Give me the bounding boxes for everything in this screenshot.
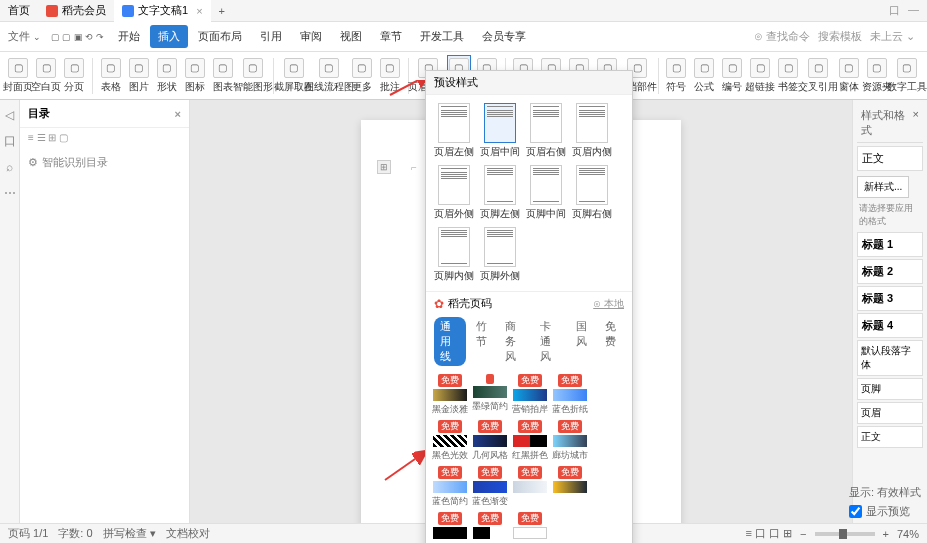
rec-tab-竹节[interactable]: 竹节 bbox=[470, 317, 495, 366]
preset-页眉内侧[interactable]: 页眉内侧 bbox=[572, 103, 612, 159]
tab-document[interactable]: 文字文稿1× bbox=[114, 0, 211, 22]
rec-item-13[interactable]: 免费 bbox=[472, 512, 508, 541]
rail-text-icon[interactable]: 口 bbox=[3, 134, 17, 148]
ribbon-图标[interactable]: ▢图标 bbox=[183, 56, 207, 96]
rec-tab-商务风[interactable]: 商务风 bbox=[499, 317, 531, 366]
rec-more[interactable]: ⊙ 本地 bbox=[593, 297, 624, 311]
ribbon-封面页[interactable]: ▢封面页 bbox=[6, 56, 30, 96]
ribbon-符号[interactable]: ▢符号 bbox=[664, 56, 688, 96]
rail-prev-icon[interactable]: ◁ bbox=[3, 108, 17, 122]
menu-ref[interactable]: 引用 bbox=[252, 25, 290, 48]
ribbon-空白页[interactable]: ▢空白页 bbox=[34, 56, 58, 96]
ribbon-图表[interactable]: ▢图表 bbox=[211, 56, 235, 96]
menu-chapter[interactable]: 章节 bbox=[372, 25, 410, 48]
rec-tab-卡通风[interactable]: 卡通风 bbox=[534, 317, 566, 366]
menu-start[interactable]: 开始 bbox=[110, 25, 148, 48]
ribbon-形状[interactable]: ▢形状 bbox=[155, 56, 179, 96]
rec-item-12[interactable]: 免费 bbox=[432, 512, 468, 541]
tab-home[interactable]: 首页 bbox=[0, 0, 38, 22]
rail-more-icon[interactable]: ⋯ bbox=[3, 186, 17, 200]
sp-t3[interactable]: 正文 bbox=[857, 426, 923, 448]
add-tab[interactable]: + bbox=[211, 5, 233, 17]
ribbon-超链接[interactable]: ▢超链接 bbox=[748, 56, 772, 96]
status-words[interactable]: 字数: 0 bbox=[58, 526, 92, 541]
rec-item-11[interactable]: 免费 bbox=[552, 466, 588, 508]
ribbon-窗体[interactable]: ▢窗体 bbox=[837, 56, 861, 96]
win-restore-icon[interactable]: 口 bbox=[889, 3, 900, 18]
ribbon-编号[interactable]: ▢编号 bbox=[720, 56, 744, 96]
search-template[interactable]: 搜索模板 bbox=[818, 29, 862, 44]
zoom-slider[interactable] bbox=[815, 532, 875, 536]
rec-item-0[interactable]: 免费黑金淡雅 bbox=[432, 374, 468, 416]
search-command[interactable]: ⊙ 查找命令 bbox=[754, 29, 810, 44]
outline-close[interactable]: × bbox=[175, 108, 181, 120]
rec-item-14[interactable]: 免费 bbox=[512, 512, 548, 541]
sp-t2[interactable]: 页眉 bbox=[857, 402, 923, 424]
rec-item-9[interactable]: 免费蓝色渐变 bbox=[472, 466, 508, 508]
zoom-out[interactable]: − bbox=[800, 528, 806, 540]
tab-docer[interactable]: 稻壳会员 bbox=[38, 0, 114, 22]
sp-preview-chk[interactable] bbox=[849, 505, 862, 518]
status-spell[interactable]: 拼写检查 ▾ bbox=[103, 526, 156, 541]
rec-item-1[interactable]: 墨绿简约 bbox=[472, 374, 508, 416]
status-proof[interactable]: 文档校对 bbox=[166, 526, 210, 541]
ribbon-书签[interactable]: ▢书签 bbox=[776, 56, 800, 96]
sp-h3[interactable]: 标题 3 bbox=[857, 286, 923, 311]
tab-close[interactable]: × bbox=[196, 5, 202, 17]
menu-view[interactable]: 视图 bbox=[332, 25, 370, 48]
rec-item-8[interactable]: 免费蓝色简约 bbox=[432, 466, 468, 508]
sp-h1[interactable]: 标题 1 bbox=[857, 232, 923, 257]
ribbon-批注[interactable]: ▢批注 bbox=[378, 56, 402, 96]
ribbon-交叉引用[interactable]: ▢交叉引用 bbox=[804, 56, 832, 96]
win-min-icon[interactable]: — bbox=[908, 3, 919, 18]
ribbon-智能图形[interactable]: ▢智能图形 bbox=[239, 56, 267, 96]
ribbon-分页[interactable]: ▢分页 bbox=[62, 56, 86, 96]
menu-layout[interactable]: 页面布局 bbox=[190, 25, 250, 48]
menu-vip[interactable]: 会员专享 bbox=[474, 25, 534, 48]
preset-页脚右侧[interactable]: 页脚右侧 bbox=[572, 165, 612, 221]
page-handle-icon[interactable]: ⊞ bbox=[377, 160, 391, 174]
sp-close[interactable]: × bbox=[913, 108, 919, 138]
sp-t0[interactable]: 默认段落字体 bbox=[857, 340, 923, 376]
rec-item-2[interactable]: 免费营销拍岸 bbox=[512, 374, 548, 416]
sp-h4[interactable]: 标题 4 bbox=[857, 313, 923, 338]
sp-newstyle[interactable]: 新样式... bbox=[857, 176, 909, 198]
ribbon-表格[interactable]: ▢表格 bbox=[99, 56, 123, 96]
sp-h2[interactable]: 标题 2 bbox=[857, 259, 923, 284]
quick-icons[interactable]: ▢ ▢ ▣ ⟲ ↷ bbox=[47, 32, 108, 42]
view-icon[interactable]: ≡ 口 口 ⊞ bbox=[746, 526, 793, 541]
menu-insert[interactable]: 插入 bbox=[150, 25, 188, 48]
cloud-status[interactable]: 未上云 ⌄ bbox=[870, 29, 915, 44]
zoom-level[interactable]: 74% bbox=[897, 528, 919, 540]
zoom-in[interactable]: + bbox=[883, 528, 889, 540]
file-menu[interactable]: 文件 ⌄ bbox=[4, 29, 45, 44]
rec-item-5[interactable]: 免费几何风格 bbox=[472, 420, 508, 462]
rec-item-4[interactable]: 免费黑色光效 bbox=[432, 420, 468, 462]
rail-search-icon[interactable]: ⌕ bbox=[3, 160, 17, 174]
outline-tools[interactable]: ≡ ☰ ⊞ ▢ bbox=[20, 128, 189, 147]
rec-item-6[interactable]: 免费红黑拼色 bbox=[512, 420, 548, 462]
ribbon-公式[interactable]: ▢公式 bbox=[692, 56, 716, 96]
ribbon-数字工具[interactable]: ▢数字工具 bbox=[893, 56, 921, 96]
preset-页眉右侧[interactable]: 页眉右侧 bbox=[526, 103, 566, 159]
ribbon-在线流程图[interactable]: ▢在线流程图 bbox=[312, 56, 346, 96]
ribbon-更多[interactable]: ▢更多 bbox=[350, 56, 374, 96]
rec-tab-免费[interactable]: 免费 bbox=[599, 317, 624, 366]
preset-页脚左侧[interactable]: 页脚左侧 bbox=[480, 165, 520, 221]
menu-review[interactable]: 审阅 bbox=[292, 25, 330, 48]
preset-页脚外侧[interactable]: 页脚外侧 bbox=[480, 227, 520, 283]
status-page[interactable]: 页码 1/1 bbox=[8, 526, 48, 541]
rec-tab-通用线[interactable]: 通用线 bbox=[434, 317, 466, 366]
rec-item-3[interactable]: 免费蓝色折纸 bbox=[552, 374, 588, 416]
menu-dev[interactable]: 开发工具 bbox=[412, 25, 472, 48]
sp-t1[interactable]: 页脚 bbox=[857, 378, 923, 400]
ribbon-图片[interactable]: ▢图片 bbox=[127, 56, 151, 96]
preset-页脚内侧[interactable]: 页脚内侧 bbox=[434, 227, 474, 283]
rec-tab-国风[interactable]: 国风 bbox=[570, 317, 595, 366]
preset-页眉外侧[interactable]: 页眉外侧 bbox=[434, 165, 474, 221]
preset-页眉左侧[interactable]: 页眉左侧 bbox=[434, 103, 474, 159]
preset-页脚中间[interactable]: 页脚中间 bbox=[526, 165, 566, 221]
ribbon-资源夹[interactable]: ▢资源夹 bbox=[865, 56, 889, 96]
rec-item-10[interactable]: 免费 bbox=[512, 466, 548, 508]
rec-item-7[interactable]: 免费廊坊城市 bbox=[552, 420, 588, 462]
